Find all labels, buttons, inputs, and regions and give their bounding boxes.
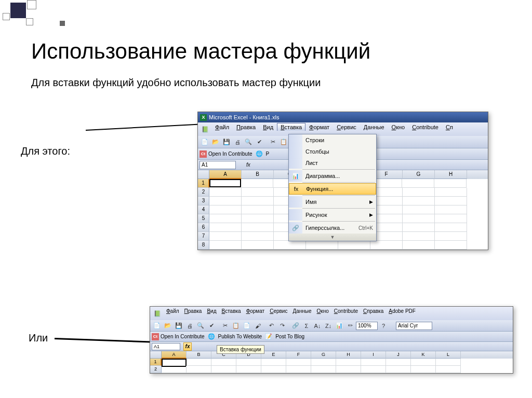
sort-asc-icon[interactable]: A↓ bbox=[312, 321, 323, 331]
cell[interactable] bbox=[370, 241, 403, 250]
menu-правка[interactable]: Правка bbox=[233, 123, 259, 131]
contribute-open-button[interactable]: Open In Contribute bbox=[161, 334, 205, 339]
cell[interactable] bbox=[361, 359, 386, 366]
menu-contribute[interactable]: Contribute bbox=[408, 123, 442, 131]
cell[interactable] bbox=[411, 366, 436, 373]
select-all-corner[interactable] bbox=[198, 170, 209, 179]
column-header[interactable]: E bbox=[261, 351, 286, 359]
cell[interactable] bbox=[242, 197, 274, 205]
row-header[interactable]: 3 bbox=[198, 197, 209, 205]
cell[interactable] bbox=[402, 179, 434, 188]
menu-item-гиперссылка[interactable]: 🔗Гиперссылка...Ctrl+K bbox=[289, 222, 376, 234]
cell[interactable] bbox=[236, 359, 261, 366]
name-box[interactable]: A1 bbox=[200, 161, 236, 169]
menu-item-функция[interactable]: fxФункция... bbox=[289, 183, 376, 195]
menu-вид[interactable]: Вид bbox=[259, 123, 277, 131]
select-all-corner[interactable] bbox=[150, 351, 162, 359]
cell[interactable] bbox=[403, 214, 435, 223]
cell[interactable] bbox=[236, 366, 261, 373]
menu-сп[interactable]: Сп bbox=[442, 123, 457, 131]
contribute-icon[interactable]: Ct bbox=[200, 150, 207, 158]
menu-adobe pdf[interactable]: Adobe PDF bbox=[386, 307, 418, 315]
save-icon[interactable]: 💾 bbox=[221, 137, 232, 147]
menu-сервис[interactable]: Сервис bbox=[333, 123, 360, 131]
menu-справка[interactable]: Справка bbox=[361, 307, 386, 315]
cell[interactable] bbox=[436, 359, 461, 366]
cut-icon[interactable]: ✂ bbox=[268, 137, 278, 147]
zoom-box[interactable]: 100% bbox=[356, 322, 378, 330]
cell[interactable] bbox=[209, 214, 242, 223]
help-icon[interactable]: ? bbox=[378, 321, 389, 331]
cell[interactable] bbox=[403, 232, 435, 241]
cell[interactable] bbox=[261, 366, 286, 373]
cell[interactable] bbox=[435, 214, 467, 223]
column-header[interactable]: G bbox=[403, 170, 435, 179]
insert-function-button[interactable]: fx bbox=[183, 342, 192, 351]
cell[interactable] bbox=[336, 359, 361, 366]
row-header[interactable]: 5 bbox=[198, 214, 209, 223]
cell[interactable] bbox=[274, 241, 306, 250]
row-header[interactable]: 2 bbox=[198, 188, 209, 197]
menu-правка[interactable]: Правка bbox=[182, 307, 205, 315]
spell-icon[interactable]: ✔ bbox=[206, 321, 217, 331]
cell[interactable] bbox=[242, 205, 274, 214]
drawing-icon[interactable]: ✏ bbox=[345, 321, 355, 331]
cell[interactable] bbox=[241, 179, 273, 188]
contribute-open-button[interactable]: Open In Contribute bbox=[208, 151, 252, 157]
column-header[interactable]: G bbox=[311, 351, 336, 359]
publish-icon[interactable]: 🌐 bbox=[206, 332, 217, 342]
preview-icon[interactable]: 🔍 bbox=[243, 137, 254, 147]
menu-окно[interactable]: Окно bbox=[388, 123, 409, 131]
cell[interactable] bbox=[187, 359, 211, 366]
cell[interactable] bbox=[435, 223, 467, 232]
cell[interactable] bbox=[336, 366, 361, 373]
sort-desc-icon[interactable]: Z↓ bbox=[323, 321, 334, 331]
menu-item-столбцы[interactable]: Столбцы bbox=[289, 146, 376, 157]
cell[interactable] bbox=[286, 359, 311, 366]
row-header[interactable]: 4 bbox=[198, 205, 209, 214]
chart-icon[interactable]: 📊 bbox=[334, 321, 344, 331]
column-header[interactable]: I bbox=[361, 351, 386, 359]
cell[interactable] bbox=[211, 366, 236, 373]
menu-item-строки[interactable]: Строки bbox=[289, 134, 376, 146]
name-box[interactable]: A1 bbox=[152, 343, 180, 350]
menu-файл[interactable]: Файл bbox=[211, 123, 233, 131]
spreadsheet-grid[interactable]: ABCDEFGHIJKL 12 bbox=[150, 351, 513, 373]
cell[interactable] bbox=[435, 232, 467, 241]
menu-вставка[interactable]: Вставка bbox=[277, 123, 305, 131]
column-header[interactable]: A bbox=[209, 170, 242, 179]
spell-icon[interactable]: ✔ bbox=[254, 137, 264, 147]
column-header[interactable]: B bbox=[242, 170, 274, 179]
cell[interactable] bbox=[242, 232, 274, 241]
print-icon[interactable]: 🖨 bbox=[184, 321, 195, 331]
cell[interactable] bbox=[403, 188, 435, 197]
autosum-icon[interactable]: Σ bbox=[301, 321, 312, 331]
column-header[interactable]: A bbox=[162, 351, 187, 359]
undo-icon[interactable]: ↶ bbox=[266, 321, 276, 331]
column-header[interactable]: H bbox=[336, 351, 361, 359]
cell[interactable] bbox=[306, 241, 338, 250]
cell[interactable] bbox=[209, 205, 242, 214]
cell[interactable] bbox=[311, 366, 336, 373]
cell[interactable] bbox=[403, 241, 435, 250]
cell[interactable] bbox=[386, 359, 411, 366]
redo-icon[interactable]: ↷ bbox=[277, 321, 287, 331]
cell[interactable] bbox=[187, 366, 211, 373]
column-header[interactable]: B bbox=[187, 351, 211, 359]
cell[interactable] bbox=[434, 179, 467, 188]
cell[interactable] bbox=[403, 197, 435, 205]
row-header[interactable]: 6 bbox=[198, 223, 209, 232]
cell[interactable] bbox=[209, 179, 241, 187]
menu-item-диаграмма[interactable]: 📊Диаграмма... bbox=[289, 170, 376, 182]
cell[interactable] bbox=[436, 366, 461, 373]
menu-item-лист[interactable]: Лист bbox=[289, 157, 376, 169]
cell[interactable] bbox=[211, 359, 236, 366]
cell[interactable] bbox=[209, 241, 242, 250]
menu-формат[interactable]: Формат bbox=[305, 123, 333, 131]
menu-файл[interactable]: Файл bbox=[164, 307, 182, 315]
cell[interactable] bbox=[162, 366, 187, 373]
menu-данные[interactable]: Данные bbox=[360, 123, 388, 131]
menu-формат[interactable]: Формат bbox=[244, 307, 268, 315]
new-icon[interactable]: 📄 bbox=[200, 137, 210, 147]
cell[interactable] bbox=[338, 241, 370, 250]
